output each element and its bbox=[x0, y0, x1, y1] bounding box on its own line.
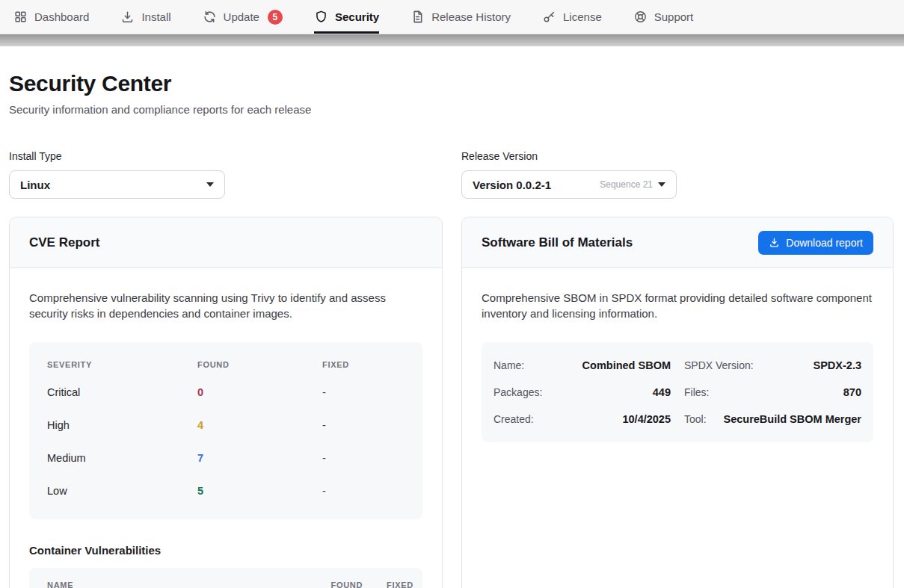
update-count-badge: 5 bbox=[268, 10, 283, 25]
table-row: Packages: 449 Files: 870 bbox=[493, 379, 861, 406]
severity-col-header: SEVERITY bbox=[47, 360, 197, 369]
sbom-files-label: Files: bbox=[684, 386, 709, 398]
cve-card-title: CVE Report bbox=[29, 235, 99, 250]
top-navigation: Dashboard Install Update 5 Security bbox=[0, 0, 904, 34]
sbom-name-label: Name: bbox=[493, 359, 524, 371]
download-report-label: Download report bbox=[786, 237, 863, 249]
sbom-packages-value: 449 bbox=[653, 386, 671, 398]
severity-name: Low bbox=[47, 485, 197, 497]
severity-found-count: 7 bbox=[197, 452, 322, 464]
page-title: Security Center bbox=[9, 71, 895, 96]
install-type-value: Linux bbox=[20, 179, 50, 191]
nav-tab-install[interactable]: Install bbox=[120, 0, 170, 34]
sbom-created-value: 10/4/2025 bbox=[622, 413, 671, 425]
release-version-value: Version 0.0.2-1 bbox=[473, 179, 551, 191]
lifebuoy-icon bbox=[633, 10, 648, 24]
severity-name: Medium bbox=[47, 452, 197, 464]
nav-tab-security[interactable]: Security bbox=[314, 0, 379, 34]
install-type-select[interactable]: Linux bbox=[9, 170, 225, 199]
nav-tab-label: License bbox=[563, 10, 602, 23]
refresh-icon bbox=[203, 10, 217, 24]
severity-fixed-count: - bbox=[322, 386, 405, 398]
filters-row: Install Type Linux Release Version Versi… bbox=[9, 150, 895, 199]
sbom-card-description: Comprehensive SBOM in SPDX format provid… bbox=[482, 290, 873, 322]
page-subtitle: Security information and compliance repo… bbox=[9, 103, 895, 116]
severity-table-header: SEVERITY FOUND FIXED bbox=[47, 353, 405, 376]
download-icon bbox=[120, 10, 135, 24]
severity-found-count: 0 bbox=[197, 386, 322, 398]
sbom-info-panel: Name: Combined SBOM SPDX Version: SPDX-2… bbox=[482, 342, 873, 442]
nav-tab-dashboard[interactable]: Dashboard bbox=[13, 0, 89, 34]
nav-tab-label: Dashboard bbox=[34, 10, 89, 23]
sbom-name-value: Combined SBOM bbox=[582, 359, 671, 371]
chevron-down-icon bbox=[658, 182, 665, 187]
chevron-down-icon bbox=[206, 182, 214, 187]
sbom-spdx-version-value: SPDX-2.3 bbox=[814, 359, 861, 371]
cve-card-header: CVE Report bbox=[10, 217, 442, 268]
severity-name: High bbox=[47, 419, 197, 431]
nav-tab-label: Install bbox=[141, 10, 170, 23]
download-icon bbox=[769, 237, 780, 248]
sbom-spdx-version-label: SPDX Version: bbox=[684, 359, 754, 371]
release-version-select[interactable]: Version 0.0.2-1 Sequence 21 bbox=[461, 170, 677, 199]
release-sequence-text: Sequence 21 bbox=[600, 179, 653, 190]
sbom-files-value: 870 bbox=[843, 386, 861, 398]
sbom-card-title: Software Bill of Materials bbox=[482, 235, 633, 250]
install-type-label: Install Type bbox=[9, 150, 443, 162]
nav-tab-label: Release History bbox=[431, 10, 511, 23]
severity-table: SEVERITY FOUND FIXED Critical 0 - High 4… bbox=[29, 342, 422, 519]
fixed-col-header: FIXED bbox=[322, 360, 405, 369]
sbom-card-header: Software Bill of Materials Download repo… bbox=[462, 217, 893, 268]
severity-found-count: 5 bbox=[197, 485, 322, 497]
container-vulnerabilities-title: Container Vulnerabilities bbox=[29, 544, 422, 557]
nav-tab-label: Security bbox=[335, 10, 379, 23]
nav-tab-license[interactable]: License bbox=[542, 0, 602, 34]
cve-report-card: CVE Report Comprehensive vulnerability s… bbox=[9, 217, 443, 588]
fixed-col-header: FIXED bbox=[387, 581, 413, 588]
table-row: High 4 - bbox=[47, 409, 405, 442]
nav-tab-release-history[interactable]: Release History bbox=[411, 0, 511, 34]
release-version-label: Release Version bbox=[461, 150, 894, 162]
severity-fixed-count: - bbox=[322, 452, 405, 464]
found-col-header: FOUND bbox=[197, 360, 322, 369]
cve-card-description: Comprehensive vulnerability scanning usi… bbox=[29, 290, 422, 322]
key-icon bbox=[542, 10, 556, 24]
table-row: Created: 10/4/2025 Tool: SecureBuild SBO… bbox=[493, 406, 861, 433]
table-row: Name: Combined SBOM SPDX Version: SPDX-2… bbox=[493, 352, 861, 379]
severity-fixed-count: - bbox=[322, 419, 405, 431]
sbom-packages-label: Packages: bbox=[493, 386, 542, 398]
table-row: Medium 7 - bbox=[47, 442, 405, 474]
table-row: Low 5 - bbox=[47, 474, 405, 507]
grid-icon bbox=[13, 10, 28, 24]
container-vulnerabilities-table-header: NAME FOUND FIXED bbox=[29, 568, 422, 588]
sbom-created-label: Created: bbox=[493, 413, 534, 425]
severity-found-count: 4 bbox=[197, 419, 322, 431]
table-row: Critical 0 - bbox=[47, 376, 405, 409]
nav-tab-update[interactable]: Update 5 bbox=[203, 0, 283, 34]
sbom-tool-label: Tool: bbox=[684, 413, 707, 425]
header-divider-band bbox=[0, 34, 904, 46]
severity-name: Critical bbox=[47, 386, 197, 398]
nav-tab-label: Update bbox=[224, 10, 259, 23]
document-icon bbox=[411, 10, 425, 24]
found-col-header: FOUND bbox=[330, 581, 363, 588]
nav-tab-support[interactable]: Support bbox=[633, 0, 694, 34]
shield-icon bbox=[314, 10, 328, 24]
nav-tab-label: Support bbox=[654, 10, 694, 23]
severity-fixed-count: - bbox=[322, 485, 405, 497]
sbom-card: Software Bill of Materials Download repo… bbox=[461, 217, 894, 588]
sbom-tool-value: SecureBuild SBOM Merger bbox=[723, 413, 861, 425]
name-col-header: NAME bbox=[47, 581, 330, 588]
download-report-button[interactable]: Download report bbox=[758, 231, 873, 255]
